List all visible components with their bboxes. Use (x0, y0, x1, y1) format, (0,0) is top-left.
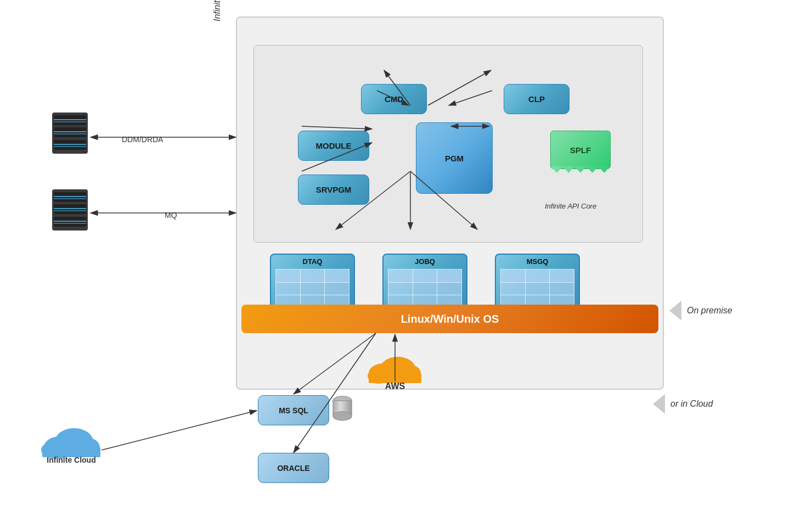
svg-point-32 (333, 412, 352, 420)
svg-rect-4 (54, 127, 86, 137)
server-mq-icon (49, 187, 91, 238)
module-box: MODULE (298, 131, 369, 161)
diagram-container: CMD CLP MODULE SRVPGM PGM SPLF (0, 0, 812, 528)
ms-sql-box: MS SQL (258, 395, 329, 425)
ddm-drda-label: DDM/DRDA (122, 135, 163, 144)
svg-rect-11 (54, 192, 86, 202)
oracle-box: ORACLE (258, 453, 329, 483)
server-ddm-icon (49, 110, 91, 161)
api-core-label: Infinite API Core (545, 202, 596, 210)
on-premise-arrow (669, 301, 681, 321)
splf-box: SPLF (550, 131, 611, 169)
srvpgm-box: SRVPGM (298, 175, 369, 205)
mq-label: MQ (165, 211, 177, 220)
on-premise-label: On premise (669, 301, 732, 321)
api-core-box: CMD CLP MODULE SRVPGM PGM SPLF (253, 45, 643, 243)
db-cylinder-icon (332, 395, 353, 420)
infinite-cloud-container: Infinite Cloud (41, 417, 101, 464)
svg-rect-7 (54, 140, 86, 150)
or-in-cloud-label: or in Cloud (653, 394, 713, 414)
infinite-outer-box: CMD CLP MODULE SRVPGM PGM SPLF (236, 16, 664, 390)
svg-rect-1 (54, 115, 86, 125)
or-in-cloud-arrow (653, 394, 665, 414)
pgm-box: PGM (416, 122, 493, 194)
infinite-label: Infinite I (212, 0, 222, 21)
svg-rect-17 (54, 217, 86, 227)
svg-rect-14 (54, 204, 86, 214)
clp-box: CLP (504, 84, 569, 114)
os-bar: Linux/Win/Unix OS (241, 305, 658, 333)
svg-line-50 (101, 411, 257, 450)
cmd-box: CMD (361, 84, 427, 114)
aws-container: AWS (368, 346, 422, 391)
